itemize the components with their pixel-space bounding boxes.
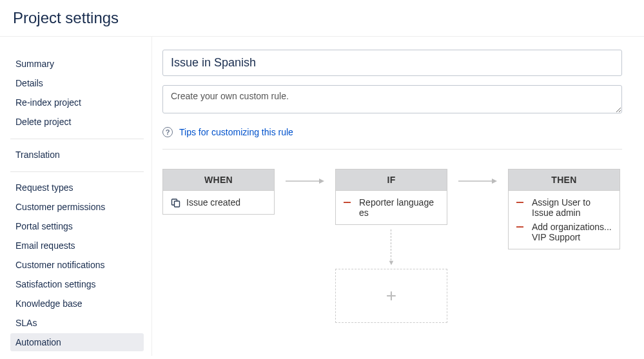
sidebar-item-details[interactable]: Details (10, 74, 144, 92)
sidebar-item-portal-settings[interactable]: Portal settings (10, 217, 144, 235)
page-header: Project settings (0, 0, 644, 36)
sidebar-item-reindex[interactable]: Re-index project (10, 93, 144, 112)
sidebar-group-project: Summary Details Re-index project Delete … (10, 43, 144, 139)
rule-name-input[interactable] (162, 50, 622, 76)
then-card[interactable]: THEN ▬▬ Assign User to Issue admin ▬▬ Ad… (508, 169, 620, 249)
svg-rect-1 (175, 201, 180, 207)
sidebar-group-translation: Translation (10, 139, 144, 172)
if-item-label: Reporter language es (359, 197, 439, 218)
sidebar-item-summary[interactable]: Summary (10, 55, 144, 73)
main-content: Create your own custom rule. ? Tips for … (151, 37, 644, 356)
when-card[interactable]: WHEN Issue created (162, 169, 275, 215)
then-item-1[interactable]: ▬▬ Assign User to Issue admin (516, 197, 612, 218)
down-connector: ▼ (388, 228, 395, 266)
sidebar-item-satisfaction-settings[interactable]: Satisfaction settings (10, 275, 144, 293)
when-header: WHEN (163, 170, 274, 191)
condition-icon: ▬▬ (344, 200, 354, 204)
then-item-2-label: Add organizations... VIP Support (532, 222, 612, 242)
help-icon: ? (162, 127, 173, 137)
if-item[interactable]: ▬▬ Reporter language es (344, 197, 439, 218)
when-body: Issue created (163, 191, 274, 214)
then-item-1-label: Assign User to Issue admin (532, 197, 612, 218)
then-body: ▬▬ Assign User to Issue admin ▬▬ Add org… (509, 191, 620, 249)
arrow-if-then (447, 169, 508, 186)
if-column: IF ▬▬ Reporter language es ▼ + (335, 169, 447, 323)
sidebar-item-request-types[interactable]: Request types (10, 179, 144, 197)
sidebar-group-service: Request types Customer permissions Porta… (10, 172, 144, 359)
sidebar: Summary Details Re-index project Delete … (0, 37, 151, 359)
svg-marker-5 (492, 179, 497, 184)
if-body: ▬▬ Reporter language es (336, 191, 447, 224)
tips-row: ? Tips for customizing this rule (162, 127, 622, 150)
sidebar-item-customer-notifications[interactable]: Customer notifications (10, 256, 144, 274)
if-header: IF (336, 170, 447, 191)
sidebar-item-slas[interactable]: SLAs (10, 314, 144, 332)
copy-icon (171, 199, 181, 208)
arrow-right-icon (284, 177, 326, 186)
tips-link[interactable]: Tips for customizing this rule (179, 127, 293, 137)
then-item-2[interactable]: ▬▬ Add organizations... VIP Support (516, 222, 612, 242)
action-icon: ▬▬ (516, 200, 527, 204)
sidebar-item-email-requests[interactable]: Email requests (10, 237, 144, 255)
add-condition-button[interactable]: + (335, 269, 447, 323)
layout: Summary Details Re-index project Delete … (0, 37, 644, 359)
then-header: THEN (509, 170, 620, 191)
page-title: Project settings (13, 9, 631, 27)
plus-icon: + (386, 286, 396, 306)
arrow-when-if (275, 169, 335, 186)
sidebar-item-translation[interactable]: Translation (10, 146, 144, 164)
when-item[interactable]: Issue created (171, 197, 266, 208)
rule-description-input[interactable]: Create your own custom rule. (162, 85, 622, 113)
sidebar-item-delete[interactable]: Delete project (10, 113, 144, 131)
sidebar-item-automation[interactable]: Automation (10, 333, 144, 351)
down-line (391, 229, 391, 260)
chevron-down-icon: ▼ (388, 258, 395, 266)
action-icon: ▬▬ (516, 224, 527, 228)
rule-flow: WHEN Issue created (162, 169, 622, 323)
sidebar-item-knowledge-base[interactable]: Knowledge base (10, 295, 144, 313)
svg-marker-3 (319, 179, 324, 184)
arrow-right-icon (457, 177, 498, 186)
when-item-label: Issue created (186, 197, 240, 208)
sidebar-item-customer-permissions[interactable]: Customer permissions (10, 198, 144, 216)
if-card[interactable]: IF ▬▬ Reporter language es (335, 169, 447, 225)
